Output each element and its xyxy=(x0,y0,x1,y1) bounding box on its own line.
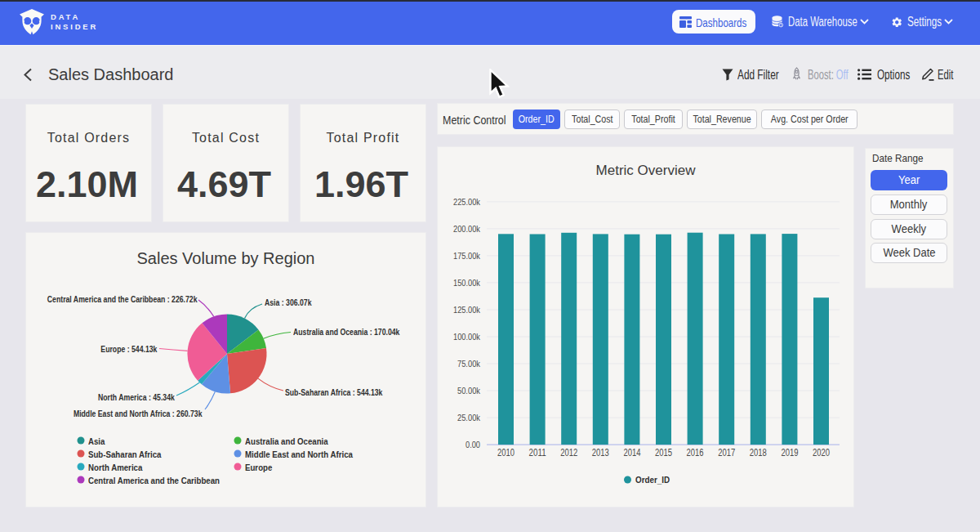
svg-text:225.00k: 225.00k xyxy=(453,197,480,207)
svg-text:200.00k: 200.00k xyxy=(453,224,480,234)
svg-text:75.00k: 75.00k xyxy=(457,359,480,369)
svg-text:50.00k: 50.00k xyxy=(457,386,480,396)
svg-text:2017: 2017 xyxy=(718,447,735,458)
svg-text:0.00: 0.00 xyxy=(466,440,480,449)
svg-text:2015: 2015 xyxy=(655,447,672,458)
svg-text:125.00k: 125.00k xyxy=(453,305,480,315)
svg-text:Order_ID: Order_ID xyxy=(635,475,670,485)
svg-text:2019: 2019 xyxy=(781,447,798,458)
svg-text:100.00k: 100.00k xyxy=(453,332,480,342)
svg-text:2011: 2011 xyxy=(529,447,546,458)
svg-text:2018: 2018 xyxy=(750,447,767,458)
svg-text:175.00k: 175.00k xyxy=(453,251,480,261)
svg-text:2012: 2012 xyxy=(560,447,577,458)
svg-text:2020: 2020 xyxy=(813,447,830,458)
svg-text:2010: 2010 xyxy=(497,447,514,458)
svg-text:150.00k: 150.00k xyxy=(453,278,480,288)
svg-text:2013: 2013 xyxy=(592,447,609,458)
svg-text:2016: 2016 xyxy=(687,447,704,458)
svg-text:25.00k: 25.00k xyxy=(457,413,480,422)
svg-text:2014: 2014 xyxy=(623,447,640,458)
